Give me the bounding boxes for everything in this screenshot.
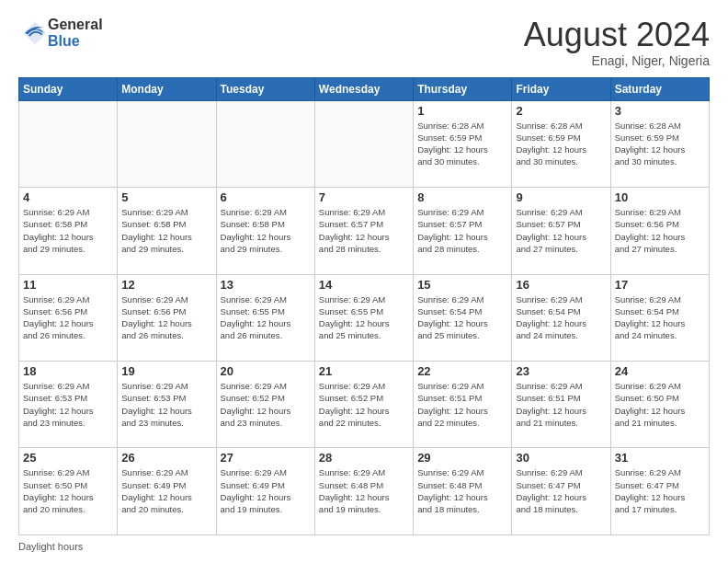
cell-0-1: [118, 100, 216, 187]
day-info-11: Sunrise: 6:29 AM Sunset: 6:56 PM Dayligh…: [23, 293, 113, 342]
day-number-21: 21: [319, 364, 409, 378]
cell-1-5: 9Sunrise: 6:29 AM Sunset: 6:57 PM Daylig…: [512, 188, 610, 274]
day-number-25: 25: [23, 451, 113, 465]
day-number-6: 6: [221, 190, 311, 204]
day-number-16: 16: [516, 278, 606, 292]
logo-general-text: General: [48, 17, 103, 33]
cell-3-4: 22Sunrise: 6:29 AM Sunset: 6:51 PM Dayli…: [414, 362, 512, 448]
cell-1-6: 10Sunrise: 6:29 AM Sunset: 6:56 PM Dayli…: [610, 188, 709, 274]
day-number-10: 10: [615, 190, 705, 204]
logo-icon: [22, 20, 48, 46]
cell-1-1: 5Sunrise: 6:29 AM Sunset: 6:58 PM Daylig…: [118, 188, 216, 274]
day-info-21: Sunrise: 6:29 AM Sunset: 6:52 PM Dayligh…: [319, 380, 409, 429]
cell-1-4: 8Sunrise: 6:29 AM Sunset: 6:57 PM Daylig…: [414, 188, 512, 274]
cell-0-5: 2Sunrise: 6:28 AM Sunset: 6:59 PM Daylig…: [512, 100, 610, 187]
day-info-24: Sunrise: 6:29 AM Sunset: 6:50 PM Dayligh…: [615, 380, 705, 429]
cell-3-3: 21Sunrise: 6:29 AM Sunset: 6:52 PM Dayli…: [314, 362, 413, 448]
cell-2-6: 17Sunrise: 6:29 AM Sunset: 6:54 PM Dayli…: [610, 274, 709, 361]
cell-4-0: 25Sunrise: 6:29 AM Sunset: 6:50 PM Dayli…: [19, 448, 118, 535]
day-number-1: 1: [417, 104, 507, 118]
day-info-9: Sunrise: 6:29 AM Sunset: 6:57 PM Dayligh…: [516, 206, 606, 255]
day-info-19: Sunrise: 6:29 AM Sunset: 6:53 PM Dayligh…: [121, 380, 211, 429]
cell-2-3: 14Sunrise: 6:29 AM Sunset: 6:55 PM Dayli…: [314, 274, 413, 361]
title-month: August 2024: [524, 17, 710, 53]
day-info-29: Sunrise: 6:29 AM Sunset: 6:48 PM Dayligh…: [417, 466, 507, 515]
day-number-26: 26: [121, 451, 211, 465]
day-number-11: 11: [23, 278, 113, 292]
day-number-15: 15: [417, 278, 507, 292]
day-info-15: Sunrise: 6:29 AM Sunset: 6:54 PM Dayligh…: [417, 293, 507, 342]
day-number-23: 23: [516, 364, 606, 378]
day-number-24: 24: [615, 364, 705, 378]
cell-3-0: 18Sunrise: 6:29 AM Sunset: 6:53 PM Dayli…: [19, 362, 118, 448]
logo-blue-text: Blue: [48, 33, 103, 50]
day-info-28: Sunrise: 6:29 AM Sunset: 6:48 PM Dayligh…: [319, 466, 409, 515]
cell-4-1: 26Sunrise: 6:29 AM Sunset: 6:49 PM Dayli…: [118, 448, 216, 535]
day-info-12: Sunrise: 6:29 AM Sunset: 6:56 PM Dayligh…: [121, 293, 211, 342]
day-info-3: Sunrise: 6:28 AM Sunset: 6:59 PM Dayligh…: [615, 120, 705, 168]
calendar-header-row: Sunday Monday Tuesday Wednesday Thursday…: [19, 77, 710, 100]
day-info-27: Sunrise: 6:29 AM Sunset: 6:49 PM Dayligh…: [221, 466, 311, 515]
day-info-10: Sunrise: 6:29 AM Sunset: 6:56 PM Dayligh…: [615, 206, 705, 255]
day-info-25: Sunrise: 6:29 AM Sunset: 6:50 PM Dayligh…: [23, 466, 113, 515]
day-number-2: 2: [516, 104, 606, 118]
cell-4-3: 28Sunrise: 6:29 AM Sunset: 6:48 PM Dayli…: [314, 448, 413, 535]
page: General Blue August 2024 Enagi, Niger, N…: [0, 0, 728, 563]
logo: General Blue: [18, 17, 103, 49]
header-saturday: Saturday: [610, 77, 709, 100]
day-number-30: 30: [516, 451, 606, 465]
logo-text: General Blue: [48, 17, 103, 49]
day-info-18: Sunrise: 6:29 AM Sunset: 6:53 PM Dayligh…: [23, 380, 113, 429]
header-thursday: Thursday: [414, 77, 512, 100]
week-row-1: 4Sunrise: 6:29 AM Sunset: 6:58 PM Daylig…: [19, 188, 710, 274]
week-row-4: 25Sunrise: 6:29 AM Sunset: 6:50 PM Dayli…: [19, 448, 710, 535]
calendar-table: Sunday Monday Tuesday Wednesday Thursday…: [18, 77, 710, 535]
cell-2-1: 12Sunrise: 6:29 AM Sunset: 6:56 PM Dayli…: [118, 274, 216, 361]
day-info-4: Sunrise: 6:29 AM Sunset: 6:58 PM Dayligh…: [23, 206, 113, 255]
header: General Blue August 2024 Enagi, Niger, N…: [18, 17, 710, 68]
day-info-23: Sunrise: 6:29 AM Sunset: 6:51 PM Dayligh…: [516, 380, 606, 429]
daylight-label: Daylight hours: [18, 541, 83, 552]
day-info-26: Sunrise: 6:29 AM Sunset: 6:49 PM Dayligh…: [121, 466, 211, 515]
cell-2-4: 15Sunrise: 6:29 AM Sunset: 6:54 PM Dayli…: [414, 274, 512, 361]
week-row-2: 11Sunrise: 6:29 AM Sunset: 6:56 PM Dayli…: [19, 274, 710, 361]
day-info-17: Sunrise: 6:29 AM Sunset: 6:54 PM Dayligh…: [615, 293, 705, 342]
header-monday: Monday: [118, 77, 216, 100]
day-number-29: 29: [417, 451, 507, 465]
cell-3-1: 19Sunrise: 6:29 AM Sunset: 6:53 PM Dayli…: [118, 362, 216, 448]
title-location: Enagi, Niger, Nigeria: [524, 53, 710, 68]
cell-1-2: 6Sunrise: 6:29 AM Sunset: 6:58 PM Daylig…: [216, 188, 314, 274]
day-number-27: 27: [221, 451, 311, 465]
day-info-13: Sunrise: 6:29 AM Sunset: 6:55 PM Dayligh…: [221, 293, 311, 342]
cell-2-0: 11Sunrise: 6:29 AM Sunset: 6:56 PM Dayli…: [19, 274, 118, 361]
cell-4-2: 27Sunrise: 6:29 AM Sunset: 6:49 PM Dayli…: [216, 448, 314, 535]
week-row-0: 1Sunrise: 6:28 AM Sunset: 6:59 PM Daylig…: [19, 100, 710, 187]
day-number-4: 4: [23, 190, 113, 204]
day-info-8: Sunrise: 6:29 AM Sunset: 6:57 PM Dayligh…: [417, 206, 507, 255]
cell-0-4: 1Sunrise: 6:28 AM Sunset: 6:59 PM Daylig…: [414, 100, 512, 187]
cell-1-0: 4Sunrise: 6:29 AM Sunset: 6:58 PM Daylig…: [19, 188, 118, 274]
cell-3-6: 24Sunrise: 6:29 AM Sunset: 6:50 PM Dayli…: [610, 362, 709, 448]
cell-2-2: 13Sunrise: 6:29 AM Sunset: 6:55 PM Dayli…: [216, 274, 314, 361]
day-number-20: 20: [221, 364, 311, 378]
week-row-3: 18Sunrise: 6:29 AM Sunset: 6:53 PM Dayli…: [19, 362, 710, 448]
day-number-31: 31: [615, 451, 705, 465]
cell-4-4: 29Sunrise: 6:29 AM Sunset: 6:48 PM Dayli…: [414, 448, 512, 535]
day-number-18: 18: [23, 364, 113, 378]
day-info-16: Sunrise: 6:29 AM Sunset: 6:54 PM Dayligh…: [516, 293, 606, 342]
day-info-30: Sunrise: 6:29 AM Sunset: 6:47 PM Dayligh…: [516, 466, 606, 515]
cell-0-6: 3Sunrise: 6:28 AM Sunset: 6:59 PM Daylig…: [610, 100, 709, 187]
cell-1-3: 7Sunrise: 6:29 AM Sunset: 6:57 PM Daylig…: [314, 188, 413, 274]
cell-4-6: 31Sunrise: 6:29 AM Sunset: 6:47 PM Dayli…: [610, 448, 709, 535]
title-block: August 2024 Enagi, Niger, Nigeria: [524, 17, 710, 68]
day-info-5: Sunrise: 6:29 AM Sunset: 6:58 PM Dayligh…: [121, 206, 211, 255]
cell-3-2: 20Sunrise: 6:29 AM Sunset: 6:52 PM Dayli…: [216, 362, 314, 448]
day-number-28: 28: [319, 451, 409, 465]
day-number-12: 12: [121, 278, 211, 292]
day-info-7: Sunrise: 6:29 AM Sunset: 6:57 PM Dayligh…: [319, 206, 409, 255]
day-number-17: 17: [615, 278, 705, 292]
cell-3-5: 23Sunrise: 6:29 AM Sunset: 6:51 PM Dayli…: [512, 362, 610, 448]
day-info-6: Sunrise: 6:29 AM Sunset: 6:58 PM Dayligh…: [221, 206, 311, 255]
cell-0-2: [216, 100, 314, 187]
footer: Daylight hours: [18, 541, 710, 552]
